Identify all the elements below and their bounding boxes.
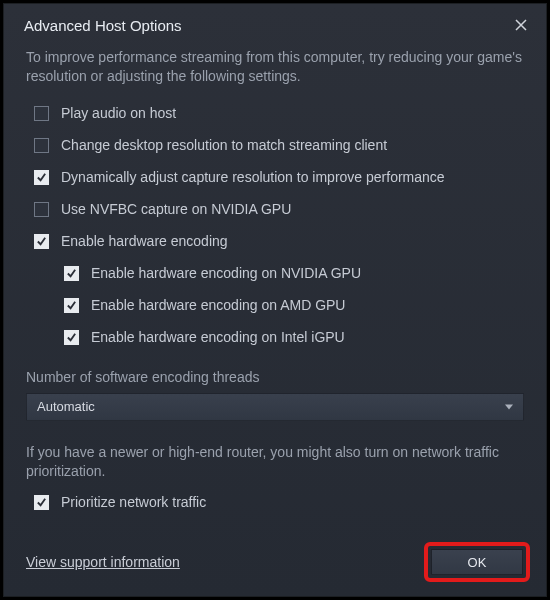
option-nvfbc[interactable]: Use NVFBC capture on NVIDIA GPU — [34, 194, 524, 226]
option-hw-amd[interactable]: Enable hardware encoding on AMD GPU — [64, 290, 524, 322]
checkbox-label: Enable hardware encoding on Intel iGPU — [91, 328, 345, 347]
checkbox-label: Prioritize network traffic — [61, 493, 206, 512]
checkbox-label: Enable hardware encoding on NVIDIA GPU — [91, 264, 361, 283]
ok-highlight: OK — [424, 542, 530, 582]
option-hw-intel[interactable]: Enable hardware encoding on Intel iGPU — [64, 322, 524, 354]
titlebar: Advanced Host Options — [4, 4, 546, 46]
threads-label: Number of software encoding threads — [26, 368, 524, 387]
option-hw-encoding[interactable]: Enable hardware encoding — [34, 226, 524, 258]
checkbox-icon[interactable] — [64, 298, 79, 313]
option-dynamic-capture[interactable]: Dynamically adjust capture resolution to… — [34, 162, 524, 194]
checkbox-label: Enable hardware encoding on AMD GPU — [91, 296, 345, 315]
chevron-down-icon — [505, 404, 513, 409]
checkbox-icon[interactable] — [34, 106, 49, 121]
router-note: If you have a newer or high-end router, … — [26, 443, 524, 481]
intro-text: To improve performance streaming from th… — [26, 48, 524, 86]
checkbox-label: Change desktop resolution to match strea… — [61, 136, 387, 155]
checkbox-icon[interactable] — [34, 202, 49, 217]
close-icon[interactable] — [510, 14, 532, 36]
checkbox-label: Play audio on host — [61, 104, 176, 123]
option-change-resolution[interactable]: Change desktop resolution to match strea… — [34, 130, 524, 162]
threads-select[interactable]: Automatic — [26, 393, 524, 421]
option-prioritize[interactable]: Prioritize network traffic — [34, 486, 524, 518]
checkbox-label: Dynamically adjust capture resolution to… — [61, 168, 445, 187]
checkbox-icon[interactable] — [34, 234, 49, 249]
checkbox-label: Use NVFBC capture on NVIDIA GPU — [61, 200, 291, 219]
option-play-audio[interactable]: Play audio on host — [34, 98, 524, 130]
ok-button[interactable]: OK — [431, 549, 523, 575]
support-link[interactable]: View support information — [26, 554, 180, 570]
advanced-host-options-dialog: Advanced Host Options To improve perform… — [4, 4, 546, 596]
checkbox-icon[interactable] — [64, 330, 79, 345]
window-title: Advanced Host Options — [24, 17, 510, 34]
checkbox-label: Enable hardware encoding — [61, 232, 228, 251]
threads-value: Automatic — [37, 398, 95, 416]
option-hw-nvidia[interactable]: Enable hardware encoding on NVIDIA GPU — [64, 258, 524, 290]
checkbox-icon[interactable] — [34, 138, 49, 153]
checkbox-icon[interactable] — [34, 170, 49, 185]
checkbox-icon[interactable] — [64, 266, 79, 281]
checkbox-icon[interactable] — [34, 495, 49, 510]
